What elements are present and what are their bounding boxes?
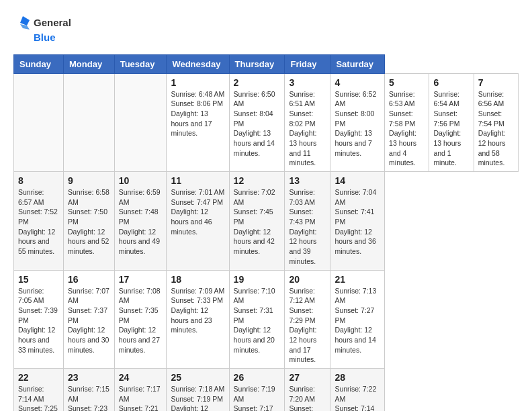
calendar-cell: 8 Sunrise: 6:57 AM Sunset: 7:52 PM Dayli… <box>14 172 64 271</box>
logo-bird-icon <box>13 13 32 32</box>
day-info: Sunrise: 7:17 AM Sunset: 7:21 PM Dayligh… <box>119 384 163 411</box>
day-info: Sunrise: 6:57 AM Sunset: 7:52 PM Dayligh… <box>18 187 59 257</box>
calendar-cell <box>64 73 115 172</box>
day-number: 24 <box>119 372 163 383</box>
calendar-cell: 27 Sunrise: 7:20 AM Sunset: 7:16 PM Dayl… <box>285 369 330 412</box>
day-number: 17 <box>119 274 163 285</box>
calendar-week-4: 22 Sunrise: 7:14 AM Sunset: 7:25 PM Dayl… <box>14 369 519 412</box>
day-number: 27 <box>289 372 326 383</box>
day-number: 22 <box>18 372 59 383</box>
header: General Blue <box>13 13 519 44</box>
day-number: 16 <box>68 274 110 285</box>
day-number: 23 <box>68 372 110 383</box>
calendar-header-thursday: Thursday <box>229 54 285 73</box>
day-number: 3 <box>289 77 326 88</box>
day-info: Sunrise: 7:13 AM Sunset: 7:27 PM Dayligh… <box>335 286 380 355</box>
day-info: Sunrise: 7:08 AM Sunset: 7:35 PM Dayligh… <box>119 286 163 355</box>
calendar-cell: 3 Sunrise: 6:51 AM Sunset: 8:02 PM Dayli… <box>285 73 330 172</box>
calendar-cell: 26 Sunrise: 7:19 AM Sunset: 7:17 PM Dayl… <box>229 369 285 412</box>
day-info: Sunrise: 6:58 AM Sunset: 7:50 PM Dayligh… <box>68 187 110 257</box>
calendar-cell: 17 Sunrise: 7:08 AM Sunset: 7:35 PM Dayl… <box>114 270 167 369</box>
calendar-cell: 22 Sunrise: 7:14 AM Sunset: 7:25 PM Dayl… <box>14 369 64 412</box>
day-info: Sunrise: 7:10 AM Sunset: 7:31 PM Dayligh… <box>234 286 281 355</box>
day-info: Sunrise: 7:03 AM Sunset: 7:43 PM Dayligh… <box>289 187 326 267</box>
calendar-body: 1 Sunrise: 6:48 AM Sunset: 8:06 PM Dayli… <box>14 73 519 411</box>
calendar-cell: 13 Sunrise: 7:03 AM Sunset: 7:43 PM Dayl… <box>285 172 330 271</box>
day-info: Sunrise: 7:05 AM Sunset: 7:39 PM Dayligh… <box>18 286 59 355</box>
calendar-header-tuesday: Tuesday <box>114 54 167 73</box>
day-number: 4 <box>335 77 380 88</box>
calendar-header-friday: Friday <box>285 54 330 73</box>
day-info: Sunrise: 7:22 AM Sunset: 7:14 PM Dayligh… <box>335 384 380 411</box>
day-number: 10 <box>119 175 163 186</box>
calendar-cell <box>114 73 167 172</box>
calendar-cell: 18 Sunrise: 7:09 AM Sunset: 7:33 PM Dayl… <box>167 270 229 369</box>
day-info: Sunrise: 7:14 AM Sunset: 7:25 PM Dayligh… <box>18 384 59 411</box>
calendar-table: SundayMondayTuesdayWednesdayThursdayFrid… <box>13 54 519 412</box>
day-info: Sunrise: 7:04 AM Sunset: 7:41 PM Dayligh… <box>335 187 380 257</box>
day-info: Sunrise: 7:09 AM Sunset: 7:33 PM Dayligh… <box>171 286 224 335</box>
day-number: 8 <box>18 175 59 186</box>
day-number: 14 <box>335 175 380 186</box>
calendar-header-sunday: Sunday <box>14 54 64 73</box>
day-number: 19 <box>234 274 281 285</box>
day-number: 5 <box>389 77 425 88</box>
calendar-cell: 6 Sunrise: 6:54 AM Sunset: 7:56 PM Dayli… <box>429 73 474 172</box>
day-info: Sunrise: 7:01 AM Sunset: 7:47 PM Dayligh… <box>171 187 224 236</box>
calendar-cell: 16 Sunrise: 7:07 AM Sunset: 7:37 PM Dayl… <box>64 270 115 369</box>
day-info: Sunrise: 7:12 AM Sunset: 7:29 PM Dayligh… <box>289 286 326 365</box>
day-number: 2 <box>234 77 281 88</box>
calendar-week-2: 8 Sunrise: 6:57 AM Sunset: 7:52 PM Dayli… <box>14 172 519 271</box>
calendar-cell: 7 Sunrise: 6:56 AM Sunset: 7:54 PM Dayli… <box>474 73 518 172</box>
calendar-cell: 11 Sunrise: 7:01 AM Sunset: 7:47 PM Dayl… <box>167 172 229 271</box>
calendar-cell: 15 Sunrise: 7:05 AM Sunset: 7:39 PM Dayl… <box>14 270 64 369</box>
calendar-cell: 23 Sunrise: 7:15 AM Sunset: 7:23 PM Dayl… <box>64 369 115 412</box>
calendar-cell: 20 Sunrise: 7:12 AM Sunset: 7:29 PM Dayl… <box>285 270 330 369</box>
day-info: Sunrise: 6:59 AM Sunset: 7:48 PM Dayligh… <box>119 187 163 257</box>
day-number: 7 <box>478 77 514 88</box>
calendar-cell: 2 Sunrise: 6:50 AM Sunset: 8:04 PM Dayli… <box>229 73 285 172</box>
day-info: Sunrise: 6:53 AM Sunset: 7:58 PM Dayligh… <box>389 89 425 169</box>
calendar-cell: 21 Sunrise: 7:13 AM Sunset: 7:27 PM Dayl… <box>330 270 385 369</box>
day-info: Sunrise: 6:51 AM Sunset: 8:02 PM Dayligh… <box>289 89 326 169</box>
calendar-cell: 19 Sunrise: 7:10 AM Sunset: 7:31 PM Dayl… <box>229 270 285 369</box>
day-info: Sunrise: 6:56 AM Sunset: 7:54 PM Dayligh… <box>478 89 514 169</box>
day-number: 20 <box>289 274 326 285</box>
day-number: 6 <box>433 77 469 88</box>
day-number: 15 <box>18 274 59 285</box>
logo-general: General <box>34 17 71 29</box>
calendar-header-monday: Monday <box>64 54 115 73</box>
day-info: Sunrise: 7:18 AM Sunset: 7:19 PM Dayligh… <box>171 384 224 411</box>
calendar-header-wednesday: Wednesday <box>167 54 229 73</box>
day-info: Sunrise: 7:19 AM Sunset: 7:17 PM Dayligh… <box>234 384 281 411</box>
logo: General Blue <box>13 13 71 44</box>
calendar-cell: 4 Sunrise: 6:52 AM Sunset: 8:00 PM Dayli… <box>330 73 385 172</box>
calendar-cell: 5 Sunrise: 6:53 AM Sunset: 7:58 PM Dayli… <box>385 73 429 172</box>
day-number: 21 <box>335 274 380 285</box>
calendar-cell: 1 Sunrise: 6:48 AM Sunset: 8:06 PM Dayli… <box>167 73 229 172</box>
calendar-cell: 24 Sunrise: 7:17 AM Sunset: 7:21 PM Dayl… <box>114 369 167 412</box>
day-number: 25 <box>171 372 224 383</box>
calendar-cell: 28 Sunrise: 7:22 AM Sunset: 7:14 PM Dayl… <box>330 369 385 412</box>
day-info: Sunrise: 7:20 AM Sunset: 7:16 PM Dayligh… <box>289 384 326 411</box>
day-number: 13 <box>289 175 326 186</box>
calendar-cell: 14 Sunrise: 7:04 AM Sunset: 7:41 PM Dayl… <box>330 172 385 271</box>
calendar-cell: 25 Sunrise: 7:18 AM Sunset: 7:19 PM Dayl… <box>167 369 229 412</box>
day-info: Sunrise: 7:15 AM Sunset: 7:23 PM Dayligh… <box>68 384 110 411</box>
day-info: Sunrise: 6:54 AM Sunset: 7:56 PM Dayligh… <box>433 89 469 169</box>
svg-marker-1 <box>20 24 30 30</box>
calendar-cell: 12 Sunrise: 7:02 AM Sunset: 7:45 PM Dayl… <box>229 172 285 271</box>
day-info: Sunrise: 6:48 AM Sunset: 8:06 PM Dayligh… <box>171 89 224 138</box>
calendar-header-row: SundayMondayTuesdayWednesdayThursdayFrid… <box>14 54 519 73</box>
day-number: 28 <box>335 372 380 383</box>
calendar-week-1: 1 Sunrise: 6:48 AM Sunset: 8:06 PM Dayli… <box>14 73 519 172</box>
logo-text: General Blue <box>13 13 71 44</box>
calendar-header-saturday: Saturday <box>330 54 385 73</box>
calendar-cell: 9 Sunrise: 6:58 AM Sunset: 7:50 PM Dayli… <box>64 172 115 271</box>
day-info: Sunrise: 7:02 AM Sunset: 7:45 PM Dayligh… <box>234 187 281 257</box>
day-info: Sunrise: 6:52 AM Sunset: 8:00 PM Dayligh… <box>335 89 380 158</box>
day-number: 1 <box>171 77 224 88</box>
day-info: Sunrise: 6:50 AM Sunset: 8:04 PM Dayligh… <box>234 89 281 158</box>
day-info: Sunrise: 7:07 AM Sunset: 7:37 PM Dayligh… <box>68 286 110 355</box>
day-number: 9 <box>68 175 110 186</box>
